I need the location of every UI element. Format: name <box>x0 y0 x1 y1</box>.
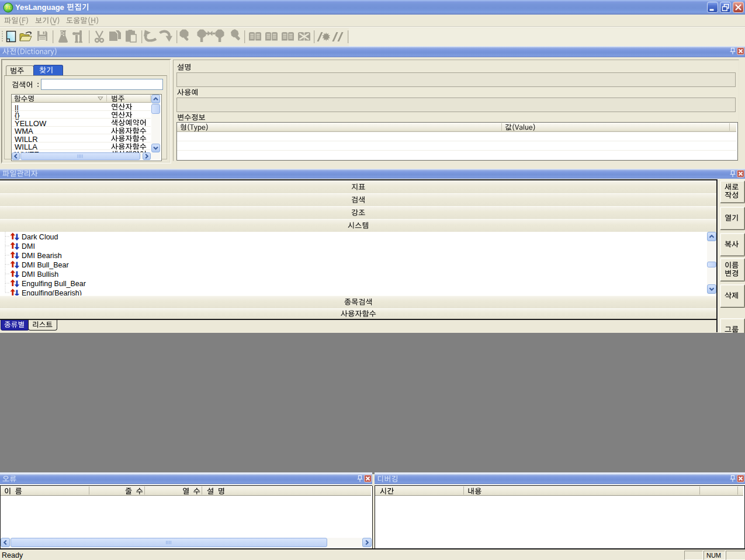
svg-text:YL: YL <box>5 5 11 11</box>
